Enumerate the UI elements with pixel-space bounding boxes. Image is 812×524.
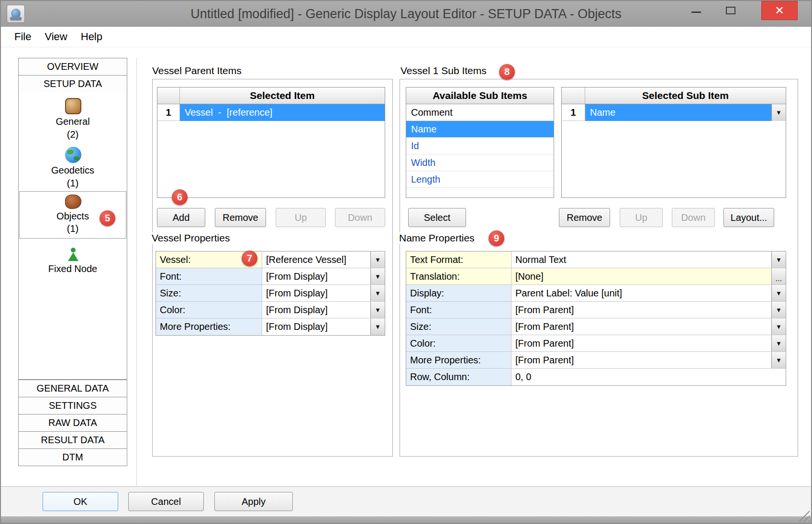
name-more-properties-dropdown-icon[interactable]: ▼ [771, 352, 786, 368]
display-row[interactable]: Display: Parent Label: Value [unit] ▼ [406, 285, 786, 302]
more-properties-label: More Properties: [156, 318, 262, 335]
general-icon[interactable] [65, 98, 81, 114]
name-size-label: Size: [406, 318, 512, 335]
geodetics-icon[interactable] [65, 147, 81, 163]
list-item-name[interactable]: Name [406, 121, 554, 138]
sidebar-item-overview[interactable]: OVERVIEW [18, 58, 127, 76]
vessel-row[interactable]: Vessel: [Reference Vessel] ▼ [156, 251, 385, 268]
sidebar-item-dtm[interactable]: DTM [18, 448, 127, 466]
menu-view[interactable]: View [40, 29, 72, 45]
sub-down-button[interactable]: Down [672, 208, 715, 227]
fixed-node-head-icon [71, 248, 76, 252]
select-button[interactable]: Select [408, 208, 466, 227]
selected-sub-item-column-header: Selected Sub Item [585, 87, 786, 104]
add-button[interactable]: Add [157, 208, 205, 227]
row-column-row[interactable]: Row, Column: 0, 0 [406, 369, 786, 385]
name-properties-label: Name Properties [398, 232, 476, 244]
translation-row[interactable]: Translation: [None] ... [406, 268, 786, 285]
translation-value[interactable]: [None] [512, 268, 771, 284]
sidebar-item-setup-data[interactable]: SETUP DATA [18, 75, 127, 93]
display-value[interactable]: Parent Label: Value [unit] [512, 285, 771, 301]
index-column-header [157, 87, 180, 104]
size-label: Size: [156, 285, 262, 301]
sidebar-item-fixed-node[interactable]: Fixed Node [19, 263, 127, 274]
minimize-button[interactable] [683, 1, 710, 20]
name-color-value[interactable]: [From Parent] [512, 335, 771, 351]
text-format-label: Text Format: [406, 251, 512, 268]
maximize-button[interactable] [717, 1, 744, 20]
size-row[interactable]: Size: [From Display] ▼ [156, 285, 385, 302]
menu-file[interactable]: File [10, 29, 36, 45]
sidebar-item-general-data[interactable]: GENERAL DATA [18, 380, 127, 397]
list-item-id[interactable]: Id [406, 138, 554, 154]
translation-browse-button[interactable]: ... [771, 268, 786, 284]
selected-sub-item-value[interactable]: Name [585, 104, 771, 121]
size-value[interactable]: [From Display] [262, 285, 370, 301]
text-format-row[interactable]: Text Format: Normal Text ▼ [406, 251, 786, 268]
selected-sub-item-table[interactable]: Selected Sub Item 1 Name ▼ [561, 87, 786, 198]
font-row[interactable]: Font: [From Display] ▼ [156, 268, 385, 285]
color-row[interactable]: Color: [From Display] ▼ [156, 302, 385, 318]
sidebar-item-result-data[interactable]: RESULT DATA [18, 431, 127, 449]
close-button[interactable]: ✕ [761, 1, 798, 20]
display-label: Display: [406, 285, 512, 301]
list-item-width[interactable]: Width [406, 154, 554, 171]
name-font-dropdown-icon[interactable]: ▼ [771, 302, 786, 318]
ok-button[interactable]: OK [43, 492, 118, 511]
name-color-dropdown-icon[interactable]: ▼ [771, 335, 786, 351]
minimize-icon [691, 11, 701, 13]
menubar: File View Help [1, 27, 811, 47]
display-dropdown-icon[interactable]: ▼ [771, 285, 786, 301]
selected-sub-item-dropdown-icon[interactable]: ▼ [771, 104, 786, 121]
row-index: 1 [157, 104, 180, 121]
font-value[interactable]: [From Display] [262, 268, 370, 284]
sidebar-item-settings[interactable]: SETTINGS [18, 397, 127, 415]
name-font-value[interactable]: [From Parent] [512, 302, 771, 318]
text-format-dropdown-icon[interactable]: ▼ [771, 251, 786, 268]
maximize-icon [726, 7, 735, 14]
selected-item-table[interactable]: Selected Item 1 Vessel - [reference] [157, 87, 385, 198]
color-dropdown-icon[interactable]: ▼ [370, 302, 385, 318]
up-button[interactable]: Up [276, 208, 326, 227]
name-size-dropdown-icon[interactable]: ▼ [771, 318, 786, 335]
annotation-badge-7: 7 [242, 251, 257, 266]
name-font-label: Font: [406, 302, 512, 318]
layout-button[interactable]: Layout... [723, 208, 774, 227]
vessel-value[interactable]: [Reference Vessel] [262, 251, 370, 268]
row-column-value[interactable]: 0, 0 [512, 369, 786, 385]
sub-remove-button[interactable]: Remove [559, 208, 610, 227]
sidebar-item-geodetics[interactable]: Geodetics [19, 165, 127, 176]
selected-item-value[interactable]: Vessel - [reference] [180, 104, 385, 121]
table-row[interactable]: 1 Vessel - [reference] [157, 104, 385, 121]
annotation-badge-5: 5 [100, 210, 115, 226]
name-more-properties-value[interactable]: [From Parent] [512, 352, 771, 368]
more-properties-row[interactable]: More Properties: [From Display] ▼ [156, 318, 385, 335]
name-size-value[interactable]: [From Parent] [512, 318, 771, 335]
available-sub-items-list[interactable]: Available Sub Items Comment Name Id Widt… [406, 87, 554, 198]
menu-help[interactable]: Help [76, 29, 107, 45]
cancel-button[interactable]: Cancel [128, 492, 204, 511]
name-more-properties-row[interactable]: More Properties: [From Parent] ▼ [406, 352, 786, 369]
more-properties-dropdown-icon[interactable]: ▼ [370, 318, 385, 335]
more-properties-value[interactable]: [From Display] [262, 318, 370, 335]
list-item-length[interactable]: Length [406, 171, 554, 188]
sub-up-button[interactable]: Up [620, 208, 663, 227]
fixed-node-icon[interactable] [68, 248, 78, 262]
apply-button[interactable]: Apply [214, 492, 293, 511]
name-size-row[interactable]: Size: [From Parent] ▼ [406, 318, 786, 335]
text-format-value[interactable]: Normal Text [512, 251, 771, 268]
remove-button[interactable]: Remove [215, 208, 266, 227]
name-more-properties-label: More Properties: [406, 352, 512, 368]
down-button[interactable]: Down [335, 208, 385, 227]
titlebar[interactable]: Untitled [modified] - Generic Display La… [1, 1, 811, 27]
size-dropdown-icon[interactable]: ▼ [370, 285, 385, 301]
vessel-dropdown-icon[interactable]: ▼ [370, 251, 385, 268]
name-font-row[interactable]: Font: [From Parent] ▼ [406, 302, 786, 318]
font-dropdown-icon[interactable]: ▼ [370, 268, 385, 284]
color-value[interactable]: [From Display] [262, 302, 370, 318]
name-color-row[interactable]: Color: [From Parent] ▼ [406, 335, 786, 352]
list-item-comment[interactable]: Comment [406, 104, 554, 121]
sidebar-item-general[interactable]: General [19, 116, 127, 127]
sidebar-item-raw-data[interactable]: RAW DATA [18, 414, 127, 432]
table-row[interactable]: 1 Name ▼ [562, 104, 786, 121]
